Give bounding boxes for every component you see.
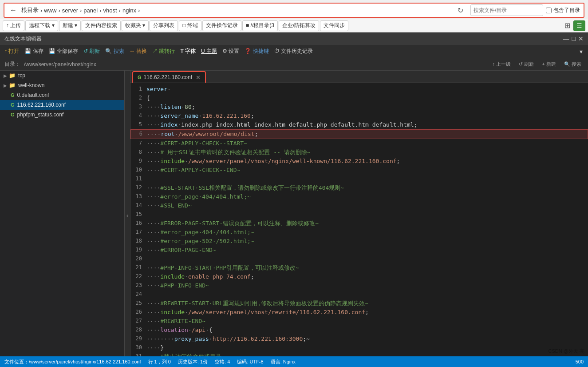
code-line: 22 ····include·enable-php-74.conf; (130, 272, 588, 281)
remote-download-button[interactable]: 远程下载 ▾ (25, 20, 58, 31)
code-line: 21 ····#PHP-INFO-START·PHP引用配置，可以注释或修改~ (130, 263, 588, 272)
editor-tab[interactable]: G 116.62.221.160.conf ✕ (132, 71, 206, 83)
enterprise-button[interactable]: 企业/防拓算改 (279, 20, 319, 31)
breadcrumb: 根目录 › www › server › panel › vhost › ngi… (21, 6, 455, 14)
tree-item-tcp[interactable]: ▶ 📁 tcp (0, 71, 124, 80)
file-g-icon: G (11, 92, 15, 98)
shortcuts-button[interactable]: ❓ 快捷键 (242, 47, 271, 56)
replace-button[interactable]: ↔ 替换 (127, 47, 150, 56)
code-line: 13 ····#error_page·404/404.html;~ (130, 192, 588, 201)
status-language: 语言: Nginx (271, 359, 296, 361)
code-line-highlighted: 6 ····root·/www/wwwroot/demo/dist; (130, 129, 588, 139)
close-editor-button[interactable]: ✕ (578, 35, 584, 42)
code-line: 18 ····#error_page·502·/502.html;~ (130, 237, 588, 246)
code-line: 8 ····# 用于SSL证书申请时的文件验证相关配置 -- 请勿删除~ (130, 148, 588, 157)
refresh-editor-button[interactable]: ↺ 刷新 (81, 47, 103, 56)
code-line: 14 ····#SSL-END~ (130, 201, 588, 210)
code-line: 5 ····index·index.php index.html index.h… (130, 120, 588, 129)
goto-line-button[interactable]: ↗ 跳转行 (150, 47, 178, 56)
code-line: 12 ····#SSL-START·SSL相关配置，请勿删除或修改下一行带注释的… (130, 184, 588, 192)
breadcrumb-www[interactable]: www (44, 7, 56, 14)
up-dir-button[interactable]: ↑ 上一级 (490, 60, 513, 68)
code-line: 1 server· (130, 85, 588, 94)
code-line: 30 ····} (130, 343, 588, 352)
code-line: 7 ····#CERT-APPLY-CHECK--START~ (130, 139, 588, 148)
file-sync-button[interactable]: 文件同步 (320, 20, 348, 31)
status-path: 文件位置：/www/server/panel/vhost/nginx/116.6… (4, 359, 141, 361)
include-subdir-checkbox[interactable] (546, 8, 552, 13)
tree-item-label: 0.default.conf (17, 92, 49, 98)
status-encoding: 编码: UTF-8 (237, 359, 263, 361)
code-line: 29 ········proxy_pass·http://116.62.221.… (130, 335, 588, 343)
code-line: 9 ····include·/www/server/panel/vhost/ng… (130, 157, 588, 166)
tab-close-icon[interactable]: ✕ (196, 74, 201, 81)
open-file-button[interactable]: ↑ 打开 (2, 47, 22, 56)
tree-item-phpfpm-conf[interactable]: G phpfpm_status.conf (0, 110, 124, 120)
restore-button[interactable]: □ (572, 35, 576, 42)
search-dir-button[interactable]: 🔍 搜索 (562, 60, 584, 68)
breadcrumb-nginx[interactable]: nginx (122, 7, 136, 14)
code-line: 24 (130, 290, 588, 299)
tree-item-label: well-known (18, 82, 44, 88)
file-g-icon: G (11, 102, 15, 108)
list-view-button[interactable]: ☰ (573, 20, 585, 31)
panel-collapse-handle[interactable]: ‹ (124, 71, 130, 360)
grid-view-button[interactable]: ⊞ (562, 20, 572, 31)
new-button[interactable]: 新建 ▾ (59, 20, 81, 31)
search-editor-button[interactable]: 🔍 搜索 (103, 47, 126, 56)
theme-button[interactable]: U 主题 (198, 47, 220, 56)
code-line: 28 ····location·/api·{ (130, 326, 588, 335)
tree-item-116-conf[interactable]: G 116.62.221.160.conf (0, 100, 124, 110)
code-line: 2 { (130, 94, 588, 103)
file-ops-button[interactable]: 文件操作记录 (202, 20, 241, 31)
dir-path: /www/server/panel/vhost/nginx (24, 61, 96, 68)
folder-icon: 📁 (9, 72, 16, 79)
breadcrumb-vhost[interactable]: vhost (103, 7, 117, 14)
file-search-button[interactable]: 文件内容搜索 (82, 20, 121, 31)
tree-item-label: tcp (18, 72, 25, 79)
code-line: 20 (130, 255, 588, 263)
include-subdir-label: 包含子目录 (546, 7, 580, 14)
code-line: 16 ····#ERROR-PAGE-START·错误页配置，可以注释、删除或修… (130, 219, 588, 228)
chevron-right-icon: ▶ (4, 73, 7, 78)
new-file-button[interactable]: + 新建 (540, 60, 558, 68)
code-line: 11 (130, 175, 588, 184)
tree-item-0-default-conf[interactable]: G 0.default.conf (0, 90, 124, 100)
code-line: 3 ····listen·80; (130, 103, 588, 112)
terminal-button[interactable]: □ 终端 (179, 20, 201, 31)
tab-g-icon: G (138, 75, 142, 80)
tab-filename: 116.62.221.160.conf (144, 74, 192, 80)
minimize-button[interactable]: — (563, 35, 569, 42)
save-file-button[interactable]: 💾 保存 (22, 47, 46, 56)
file-g-icon: G (11, 112, 15, 117)
font-button[interactable]: T 字体 (178, 47, 198, 56)
back-button[interactable]: ← (8, 6, 19, 14)
code-line: 27 ····#REWRITE-END~ (130, 317, 588, 326)
toolbar-collapse-button[interactable]: ▾ (576, 47, 586, 56)
code-line: 4 ····server_name·116.62.221.160; (130, 112, 588, 120)
editor-title: 在线文本编辑器 (4, 35, 42, 43)
breadcrumb-panel[interactable]: panel (83, 7, 98, 14)
code-line: 19 ····#ERROR-PAGE-END~ (130, 246, 588, 255)
code-line: 25 ····#REWRITE-START·URL重写规则引用,修改后将导致面板… (130, 299, 588, 308)
favorites-button[interactable]: 收藏夹 ▾ (122, 20, 149, 31)
refresh-path-button[interactable]: ↻ (458, 6, 463, 15)
status-position: 行 1，列 0 (148, 359, 171, 361)
status-bar: 文件位置：/www/server/panel/vhost/nginx/116.6… (0, 356, 588, 360)
save-all-button[interactable]: 💾 全部保存 (46, 47, 81, 56)
search-input[interactable] (474, 7, 540, 13)
status-space: 空格: 4 (215, 359, 230, 361)
folder-icon: 📁 (9, 82, 16, 88)
tree-item-label: phpfpm_status.conf (17, 112, 64, 118)
root-dir-button[interactable]: ■ //根目录(3 (242, 20, 278, 31)
breadcrumb-root[interactable]: 根目录 (21, 6, 39, 14)
upload-button[interactable]: ↑ 上传 (3, 20, 24, 31)
settings-button[interactable]: ⚙ 设置 (220, 47, 242, 56)
tree-item-well-known[interactable]: ▶ 📁 well-known (0, 80, 124, 90)
refresh-dir-button[interactable]: ↺ 刷新 (517, 60, 536, 68)
code-line: 26 ····include·/www/server/panel/vhost/r… (130, 308, 588, 317)
code-editor-content[interactable]: 1 server· 2 { 3 ····listen·80; 4 ····ser… (130, 83, 588, 360)
file-history-button[interactable]: ⏱ 文件历史记录 (272, 47, 316, 56)
share-list-button[interactable]: 分享列表 (150, 20, 178, 31)
breadcrumb-server[interactable]: server (62, 7, 78, 14)
